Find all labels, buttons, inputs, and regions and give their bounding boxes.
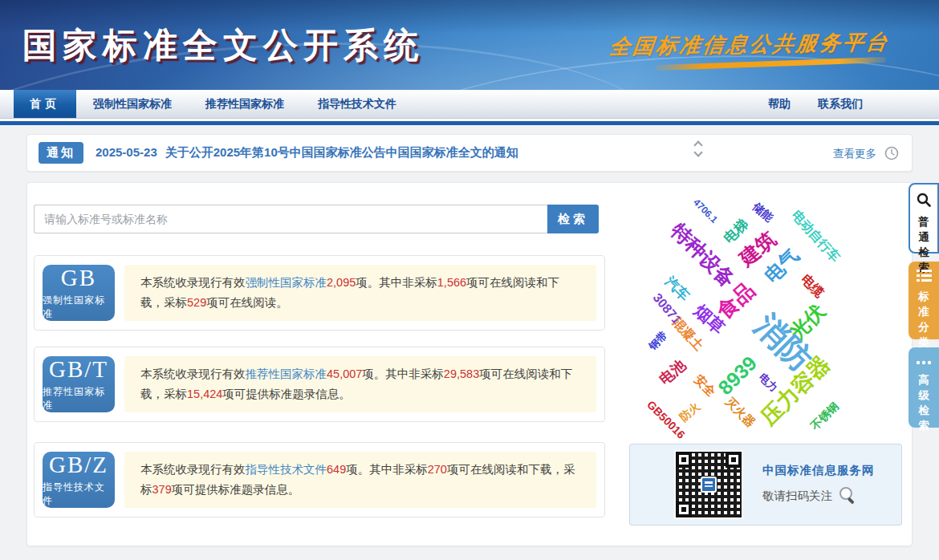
card-count: 379 xyxy=(152,483,172,496)
wordcloud-term[interactable]: 安全 xyxy=(691,372,719,400)
chevron-down-icon[interactable] xyxy=(693,148,702,156)
card-inline-link[interactable]: 强制性国家标准 xyxy=(246,276,327,289)
search-icon xyxy=(916,192,932,211)
nav-left-group: 首页强制性国家标准推荐性国家标准指导性技术文件 xyxy=(0,90,413,118)
card-code-tile[interactable]: GB强制性国家标准 xyxy=(43,265,115,321)
nav-item[interactable]: 指导性技术文件 xyxy=(301,90,413,118)
standard-cards: GB强制性国家标准本系统收录现行有效强制性国家标准2,095项。其中非采标1,5… xyxy=(34,255,605,517)
main-nav: 首页强制性国家标准推荐性国家标准指导性技术文件 帮助联系我们 xyxy=(0,90,939,119)
card-count: 649 xyxy=(327,463,346,476)
clock-icon xyxy=(884,146,899,160)
search-input[interactable] xyxy=(34,205,547,233)
notice-link[interactable]: 2025-05-23关于公开2025年第10号中国国家标准公告中国国家标准全文的… xyxy=(96,145,518,160)
wordcloud-term[interactable]: 储能 xyxy=(749,200,775,225)
nav-blue-divider xyxy=(0,121,939,125)
card-text: 本系统收录现行有效 xyxy=(140,463,246,476)
card-count: 270 xyxy=(428,463,447,476)
page: 国家标准全文公开系统 全国标准信息公共服务平台 首页强制性国家标准推荐性国家标准… xyxy=(0,0,939,560)
side-tab-label: 标准分类 xyxy=(918,289,929,350)
wordcloud-term[interactable]: 8939 xyxy=(713,351,762,400)
nav-item[interactable]: 帮助 xyxy=(768,97,791,112)
notice-date: 2025-05-23 xyxy=(96,145,157,159)
wordcloud-term[interactable]: 不锈钢 xyxy=(808,400,842,433)
wordcloud-term[interactable]: 电缆 xyxy=(797,271,827,301)
qr-site-link[interactable]: 中国标准信息服务网 xyxy=(762,463,875,478)
card-name: 强制性国家标准 xyxy=(43,294,115,321)
card-code: GB xyxy=(61,265,96,291)
search-bar: 检索 xyxy=(34,205,599,233)
card-inline-link[interactable]: 指导性技术文件 xyxy=(246,463,327,476)
more-icon xyxy=(916,355,932,369)
wordcloud: 4706.1储能电梯电动自行车特种设备建筑电气电缆汽车30871食品烟草光伏消防… xyxy=(605,189,878,442)
side-tab-普通检索[interactable]: 普通检索 xyxy=(909,183,939,254)
card-name: 指导性技术文件 xyxy=(43,481,115,508)
qr-center-logo xyxy=(701,477,717,493)
qr-finder xyxy=(676,501,692,517)
side-tab-标准分类[interactable]: 标准分类 xyxy=(909,262,939,339)
card-count: 15,424 xyxy=(187,388,222,400)
standard-card: GB/T推荐性国家标准本系统收录现行有效推荐性国家标准45,007项。其中非采标… xyxy=(34,347,605,422)
standard-card: GB/Z指导性技术文件本系统收录现行有效指导性技术文件649项。其中非采标270… xyxy=(34,442,605,517)
card-count: 1,566 xyxy=(437,276,466,289)
card-text: 项。其中非采标 xyxy=(346,463,428,476)
card-text: 本系统收录现行有效 xyxy=(140,367,246,380)
card-description: 本系统收录现行有效推荐性国家标准45,007项。其中非采标29,583项可在线阅… xyxy=(124,356,596,412)
card-text: 本系统收录现行有效 xyxy=(140,276,246,289)
wordcloud-term[interactable]: 防火 xyxy=(677,400,703,425)
notice-text: 关于公开2025年第10号中国国家标准公告中国国家标准全文的通知 xyxy=(165,145,518,159)
wordcloud-term[interactable]: 4706.1 xyxy=(691,197,720,225)
site-header: 国家标准全文公开系统 全国标准信息公共服务平台 xyxy=(0,0,939,90)
qr-text-block: 中国标准信息服务网 敬请扫码关注 xyxy=(762,463,875,506)
qr-finder xyxy=(676,452,692,468)
card-inline-link[interactable]: 推荐性国家标准 xyxy=(246,367,327,380)
view-more-link[interactable]: 查看更多 xyxy=(833,147,876,161)
card-description: 本系统收录现行有效指导性技术文件649项。其中非采标270项可在线阅读和下载，采… xyxy=(124,452,596,508)
wordcloud-term[interactable]: 灭火器 xyxy=(722,394,758,430)
card-code: GB/Z xyxy=(49,452,108,478)
platform-logo-text: 全国标准信息公共服务平台 xyxy=(608,28,891,61)
card-name: 推荐性国家标准 xyxy=(43,385,115,412)
side-tab-高级检索[interactable]: 高级检索 xyxy=(909,347,939,428)
card-code-tile[interactable]: GB/Z指导性技术文件 xyxy=(43,452,115,508)
nav-item[interactable]: 首页 xyxy=(14,90,76,118)
card-description: 本系统收录现行有效强制性国家标准2,095项。其中非采标1,566项可在线阅读和… xyxy=(124,265,596,321)
standard-card: GB强制性国家标准本系统收录现行有效强制性国家标准2,095项。其中非采标1,5… xyxy=(34,255,605,331)
side-tab-label: 高级检索 xyxy=(918,372,929,433)
wordcloud-term[interactable]: 电池 xyxy=(655,355,689,389)
nav-right-group: 帮助联系我们 xyxy=(768,90,939,118)
nav-item[interactable]: 推荐性国家标准 xyxy=(189,90,301,118)
site-title: 国家标准全文公开系统 xyxy=(22,22,424,69)
qr-code xyxy=(674,450,743,519)
notice-bar: 通知 2025-05-23关于公开2025年第10号中国国家标准公告中国国家标准… xyxy=(26,134,913,172)
side-tab-group: 普通检索标准分类高级检索 xyxy=(907,183,939,436)
card-count: 2,095 xyxy=(327,276,356,289)
qr-tip: 敬请扫码关注 xyxy=(762,485,875,506)
card-count: 45,007 xyxy=(327,367,362,380)
card-code: GB/T xyxy=(49,356,108,383)
side-tab-label: 普通检索 xyxy=(918,214,929,275)
magnifier-icon xyxy=(837,485,858,506)
card-text: 项。其中非采标 xyxy=(362,367,444,380)
card-count: 29,583 xyxy=(444,367,479,380)
card-text: 项可提供标准题录信息。 xyxy=(222,388,351,400)
wordcloud-term[interactable]: 钢带 xyxy=(645,328,670,353)
qr-finder xyxy=(726,452,742,468)
card-count: 529 xyxy=(187,296,206,309)
qr-tip-text: 敬请扫码关注 xyxy=(762,489,832,504)
card-text: 项。其中非采标 xyxy=(356,276,437,289)
main-content: 检索 GB强制性国家标准本系统收录现行有效强制性国家标准2,095项。其中非采标… xyxy=(26,182,913,546)
notice-scroll-arrows xyxy=(695,142,701,156)
card-code-tile[interactable]: GB/T推荐性国家标准 xyxy=(43,356,115,412)
search-button[interactable]: 检索 xyxy=(547,205,599,233)
card-text: 项可在线阅读。 xyxy=(206,296,288,309)
category-icon xyxy=(917,269,932,286)
card-text: 项可提供标准题录信息。 xyxy=(172,483,300,496)
nav-item[interactable]: 联系我们 xyxy=(818,97,863,112)
nav-item[interactable]: 强制性国家标准 xyxy=(76,90,189,118)
notice-badge: 通知 xyxy=(39,142,83,164)
qr-panel: 中国标准信息服务网 敬请扫码关注 xyxy=(629,444,902,526)
